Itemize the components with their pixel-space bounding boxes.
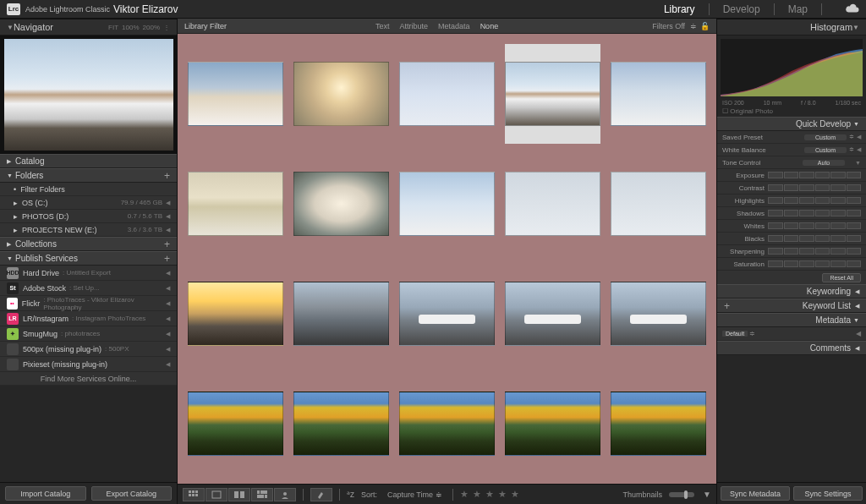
folders-section[interactable]: ▼ Folders + bbox=[0, 168, 177, 183]
export-catalog-button[interactable]: Export Catalog bbox=[91, 486, 173, 501]
slider-buttons[interactable] bbox=[768, 184, 861, 191]
thumbnail-cell[interactable] bbox=[611, 44, 706, 144]
publish-service-item[interactable]: LRLR/Instagram : Instagram PhotoTraces◀ bbox=[0, 311, 177, 326]
add-keyword-icon[interactable]: + bbox=[724, 300, 730, 312]
publish-service-item[interactable]: ••Flickr : PhotoTraces - Viktor Elizarov… bbox=[0, 296, 177, 311]
thumbnail-cell[interactable] bbox=[399, 44, 495, 144]
slider-buttons[interactable] bbox=[768, 260, 861, 267]
drive-item[interactable]: ▸OS (C:)79.9 / 465 GB◀ bbox=[0, 196, 177, 210]
keyword-list-section[interactable]: + Keyword List ◀ bbox=[717, 299, 866, 313]
thumbnail-cell[interactable] bbox=[293, 264, 389, 364]
white-balance-dropdown[interactable]: Custom bbox=[804, 147, 847, 153]
slider-buttons[interactable] bbox=[768, 248, 861, 255]
sort-direction-icon[interactable]: ᵃz bbox=[347, 490, 354, 499]
toolbar-menu-icon[interactable]: ▼ bbox=[703, 490, 711, 499]
lock-icon[interactable]: 🔓 bbox=[700, 22, 710, 30]
quick-develop-section[interactable]: Quick Develop ▼ bbox=[717, 117, 866, 131]
collapse-icon[interactable]: ◀ bbox=[857, 146, 861, 153]
import-catalog-button[interactable]: Import Catalog bbox=[5, 486, 86, 501]
saved-preset-dropdown[interactable]: Custom bbox=[804, 134, 847, 140]
comments-section[interactable]: Comments ◀ bbox=[717, 341, 866, 355]
metadata-preset-dropdown[interactable]: Default bbox=[722, 331, 748, 337]
sync-settings-button[interactable]: Sync Settings bbox=[793, 486, 863, 501]
thumbnail-cell[interactable] bbox=[611, 374, 706, 474]
thumbnail-cell[interactable] bbox=[505, 264, 600, 364]
thumbnail-cell[interactable] bbox=[293, 374, 389, 474]
slider-buttons[interactable] bbox=[768, 235, 861, 242]
people-view-button[interactable] bbox=[274, 488, 296, 501]
collapse-icon[interactable]: ◀ bbox=[857, 134, 861, 140]
drive-item[interactable]: ▸PROJECTS NEW (E:)3.6 / 3.6 TB◀ bbox=[0, 223, 177, 237]
thumbnail-cell[interactable] bbox=[611, 264, 706, 364]
module-library[interactable]: Library bbox=[664, 3, 695, 15]
loupe-view-button[interactable] bbox=[206, 488, 227, 501]
grid-view-button[interactable] bbox=[183, 488, 205, 501]
reset-all-button[interactable]: Reset All bbox=[822, 273, 861, 282]
auto-tone-button[interactable]: Auto bbox=[803, 160, 845, 166]
sync-metadata-button[interactable]: Sync Metadata bbox=[721, 486, 790, 501]
filters-off[interactable]: Filters Off bbox=[652, 22, 685, 30]
nav-200[interactable]: 200% bbox=[143, 24, 160, 31]
thumbnail-cell[interactable] bbox=[399, 154, 495, 254]
thumbnail-grid[interactable] bbox=[178, 34, 716, 484]
rating-stars[interactable]: ★ ★ ★ ★ ★ bbox=[460, 489, 520, 500]
collections-section[interactable]: ▶ Collections + bbox=[0, 237, 177, 251]
painter-tool-button[interactable] bbox=[310, 488, 332, 501]
module-map[interactable]: Map bbox=[788, 3, 808, 15]
histogram-panel-header[interactable]: Histogram ▼ bbox=[717, 19, 866, 36]
slider-buttons[interactable] bbox=[768, 172, 861, 178]
thumbnail-cell[interactable] bbox=[188, 154, 283, 254]
publish-services-section[interactable]: ▼ Publish Services + bbox=[0, 251, 177, 266]
slider-buttons[interactable] bbox=[768, 222, 861, 229]
filter-attribute[interactable]: Attribute bbox=[400, 22, 429, 30]
navigator-panel-header[interactable]: ▼ Navigator FIT 100% 200% ⋮ bbox=[0, 19, 177, 36]
thumbnail-cell[interactable] bbox=[293, 154, 389, 254]
dropdown-icon[interactable]: ≑ bbox=[849, 146, 854, 153]
thumbnail-cell[interactable] bbox=[505, 44, 600, 144]
publish-service-item[interactable]: StAdobe Stock : Set Up...◀ bbox=[0, 281, 177, 296]
publish-service-item[interactable]: HDDHard Drive : Untitled Export◀ bbox=[0, 266, 177, 281]
thumbnail-cell[interactable] bbox=[611, 154, 706, 254]
thumbnail-cell[interactable] bbox=[293, 44, 389, 144]
thumbnail-cell[interactable] bbox=[399, 374, 495, 474]
sort-dropdown[interactable]: Capture Time ≑ bbox=[384, 490, 446, 500]
slider-buttons[interactable] bbox=[768, 197, 861, 204]
add-collection-icon[interactable]: + bbox=[164, 238, 170, 250]
histogram-display[interactable] bbox=[721, 39, 863, 96]
original-photo-checkbox[interactable]: ☐ Original Photo bbox=[717, 106, 866, 117]
cloud-sync-icon[interactable] bbox=[846, 3, 859, 15]
filter-preset-menu-icon[interactable]: ≑ bbox=[690, 22, 697, 30]
thumbnail-size-slider[interactable] bbox=[669, 492, 694, 497]
module-develop[interactable]: Develop bbox=[723, 3, 760, 15]
thumbnail-cell[interactable] bbox=[188, 264, 283, 364]
dropdown-icon[interactable]: ≑ bbox=[849, 134, 854, 140]
keywording-section[interactable]: Keywording ◀ bbox=[717, 284, 866, 299]
filter-text[interactable]: Text bbox=[375, 22, 390, 30]
metadata-section[interactable]: Metadata ▼ bbox=[717, 313, 866, 327]
thumbnail-cell[interactable] bbox=[188, 44, 283, 144]
slider-buttons[interactable] bbox=[768, 210, 861, 216]
nav-menu-icon[interactable]: ⋮ bbox=[163, 24, 170, 31]
filter-metadata[interactable]: Metadata bbox=[438, 22, 470, 30]
thumbnail-cell[interactable] bbox=[399, 264, 495, 364]
add-folder-icon[interactable]: + bbox=[164, 170, 170, 182]
catalog-section[interactable]: ▶ Catalog bbox=[0, 154, 177, 168]
survey-view-button[interactable] bbox=[251, 488, 273, 501]
dropdown-icon[interactable]: ≑ bbox=[749, 330, 755, 337]
compare-view-button[interactable] bbox=[228, 488, 250, 501]
add-publish-icon[interactable]: + bbox=[164, 253, 170, 265]
expand-icon[interactable]: ▼ bbox=[855, 160, 861, 166]
nav-100[interactable]: 100% bbox=[122, 24, 139, 31]
publish-service-item[interactable]: 500px (missing plug-in) : 500PX◀ bbox=[0, 342, 177, 357]
filter-folders[interactable]: • Filter Folders bbox=[0, 183, 177, 196]
publish-service-item[interactable]: ✦SmugMug : phototraces◀ bbox=[0, 326, 177, 342]
collapse-icon[interactable]: ◀ bbox=[856, 330, 861, 337]
find-more-services-link[interactable]: Find More Services Online... bbox=[0, 372, 177, 386]
thumbnail-cell[interactable] bbox=[505, 154, 600, 254]
publish-service-item[interactable]: Pixieset (missing plug-in)◀ bbox=[0, 357, 177, 372]
drive-item[interactable]: ▸PHOTOS (D:)0.7 / 5.6 TB◀ bbox=[0, 210, 177, 223]
thumbnail-cell[interactable] bbox=[505, 374, 600, 474]
thumbnail-cell[interactable] bbox=[188, 374, 283, 474]
navigator-preview[interactable] bbox=[0, 36, 177, 154]
filter-none[interactable]: None bbox=[480, 22, 499, 30]
